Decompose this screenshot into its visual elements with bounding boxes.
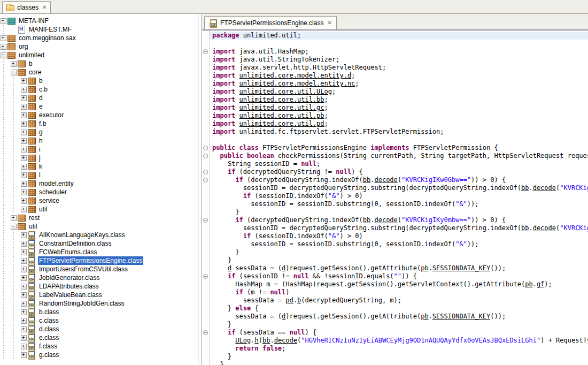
- tree-item[interactable]: k: [0, 162, 198, 171]
- expand-icon[interactable]: [20, 196, 27, 205]
- code-link[interactable]: decode: [533, 184, 556, 192]
- tree-item[interactable]: rest: [0, 214, 198, 222]
- code-link[interactable]: bb: [521, 224, 529, 232]
- fold-collapse-icon[interactable]: [203, 154, 208, 158]
- fold-collapse-icon[interactable]: [203, 274, 208, 279]
- expand-icon[interactable]: [20, 308, 27, 316]
- tree-item[interactable]: f.b: [0, 119, 198, 128]
- tree-item[interactable]: executor: [0, 111, 198, 119]
- expand-icon[interactable]: [20, 154, 27, 162]
- code-link[interactable]: pd: [285, 296, 293, 304]
- expand-icon[interactable]: [20, 291, 27, 299]
- expand-icon[interactable]: [0, 34, 7, 42]
- expand-icon[interactable]: [20, 248, 27, 256]
- code-link[interactable]: unlimited.core.util.pb: [239, 112, 324, 119]
- fold-collapse-icon[interactable]: [203, 178, 208, 182]
- code-link[interactable]: bb: [521, 184, 529, 192]
- tree-item[interactable]: util: [0, 222, 198, 231]
- tree-item[interactable]: util: [0, 205, 198, 214]
- code-link[interactable]: h: [255, 337, 259, 344]
- tree-item[interactable]: e.class: [0, 333, 198, 342]
- tree-item[interactable]: c.class: [0, 316, 198, 325]
- expand-icon[interactable]: [20, 188, 27, 196]
- tree-item[interactable]: MANIFEST.MF: [0, 25, 198, 34]
- code-link[interactable]: unlimited.core.util.bb: [239, 96, 324, 103]
- tree-item[interactable]: FTPServletPermissionsEngine.class: [0, 256, 198, 265]
- collapse-icon[interactable]: [10, 68, 17, 77]
- tree-item[interactable]: l: [0, 171, 198, 179]
- code-link[interactable]: ULog: [235, 337, 251, 344]
- expand-icon[interactable]: [20, 85, 27, 94]
- collapse-icon[interactable]: [10, 222, 17, 231]
- tree-item[interactable]: b: [0, 77, 198, 85]
- expand-icon[interactable]: [20, 136, 27, 145]
- tree-item[interactable]: LDAPAttributes.class: [0, 282, 198, 291]
- expand-icon[interactable]: [20, 205, 27, 214]
- close-icon[interactable]: ✕: [41, 5, 47, 10]
- expand-icon[interactable]: [20, 351, 27, 359]
- tree-item[interactable]: RandomStringJobIdGen.class: [0, 299, 198, 308]
- expand-icon[interactable]: [20, 171, 27, 179]
- fold-collapse-icon[interactable]: [203, 146, 208, 150]
- expand-icon[interactable]: [20, 231, 27, 239]
- code-view[interactable]: package unlimited.util;import java.util.…: [210, 31, 588, 365]
- tree-item[interactable]: f.class: [0, 342, 198, 351]
- code-link[interactable]: bb: [262, 337, 270, 344]
- expand-icon[interactable]: [20, 102, 27, 111]
- tree-item[interactable]: JobIdGenerator.class: [0, 273, 198, 282]
- close-icon[interactable]: ✕: [326, 20, 331, 26]
- code-link[interactable]: unlimited.core.util.gc: [239, 104, 324, 111]
- tree-item[interactable]: h: [0, 136, 198, 145]
- expand-icon[interactable]: [20, 273, 27, 282]
- tree-item[interactable]: c.b: [0, 85, 198, 94]
- expand-icon[interactable]: [20, 162, 27, 171]
- tree-item[interactable]: com.megginson.sax: [0, 34, 198, 42]
- code-link[interactable]: decode: [374, 216, 397, 224]
- tree-item[interactable]: g: [0, 128, 198, 136]
- tree-item[interactable]: i: [0, 145, 198, 154]
- code-link[interactable]: unlimited.core.model.entity.d: [239, 72, 352, 79]
- code-link[interactable]: bb: [363, 176, 370, 184]
- code-link[interactable]: bb: [363, 216, 370, 224]
- expand-icon[interactable]: [20, 239, 27, 248]
- code-link[interactable]: decode: [374, 176, 397, 184]
- expand-icon[interactable]: [0, 42, 7, 51]
- tree-item[interactable]: b.class: [0, 308, 198, 316]
- code-link[interactable]: pb: [421, 264, 428, 272]
- tree-item[interactable]: scheduler: [0, 188, 198, 196]
- expand-icon[interactable]: [20, 316, 27, 325]
- tree-item[interactable]: ConstraintDefinition.class: [0, 239, 198, 248]
- tree-item[interactable]: d.class: [0, 325, 198, 333]
- tree-item[interactable]: model.entity: [0, 179, 198, 188]
- fold-collapse-icon[interactable]: [203, 218, 208, 223]
- expand-icon[interactable]: [20, 128, 27, 136]
- tree-item[interactable]: b: [0, 59, 198, 68]
- code-link[interactable]: unlimited.core.util.ULog: [239, 88, 332, 95]
- tree-item[interactable]: AllKnownLanguageKeys.class: [0, 231, 198, 239]
- expand-icon[interactable]: [20, 145, 27, 154]
- expand-icon[interactable]: [20, 325, 27, 333]
- expand-icon[interactable]: [20, 282, 27, 291]
- expand-icon[interactable]: [20, 111, 27, 119]
- expand-icon[interactable]: [20, 299, 27, 308]
- code-link[interactable]: unlimited.core.model.entity.nc: [239, 80, 355, 87]
- fold-collapse-icon[interactable]: [203, 49, 208, 54]
- code-link[interactable]: pb: [421, 313, 428, 320]
- expand-icon[interactable]: [20, 179, 27, 188]
- collapse-icon[interactable]: [0, 51, 7, 59]
- tree-item[interactable]: FCWebEnums.class: [0, 248, 198, 256]
- code-link[interactable]: pb: [525, 280, 532, 288]
- tree-item[interactable]: ImportUsersFromCSVUtil.class: [0, 265, 198, 273]
- expand-icon[interactable]: [20, 256, 27, 265]
- tree-item[interactable]: e: [0, 102, 198, 111]
- tree-item[interactable]: service: [0, 196, 198, 205]
- expand-icon[interactable]: [10, 214, 17, 222]
- expand-icon[interactable]: [20, 265, 27, 273]
- fold-collapse-icon[interactable]: [203, 170, 208, 174]
- tree-item[interactable]: org: [0, 42, 198, 51]
- tree-item[interactable]: d: [0, 94, 198, 102]
- code-link[interactable]: SESSIONDATA_KEY: [432, 313, 490, 320]
- code-link[interactable]: unlimited.core.util.pd: [239, 120, 324, 127]
- tree-item[interactable]: j: [0, 154, 198, 162]
- expand-icon[interactable]: [20, 94, 27, 102]
